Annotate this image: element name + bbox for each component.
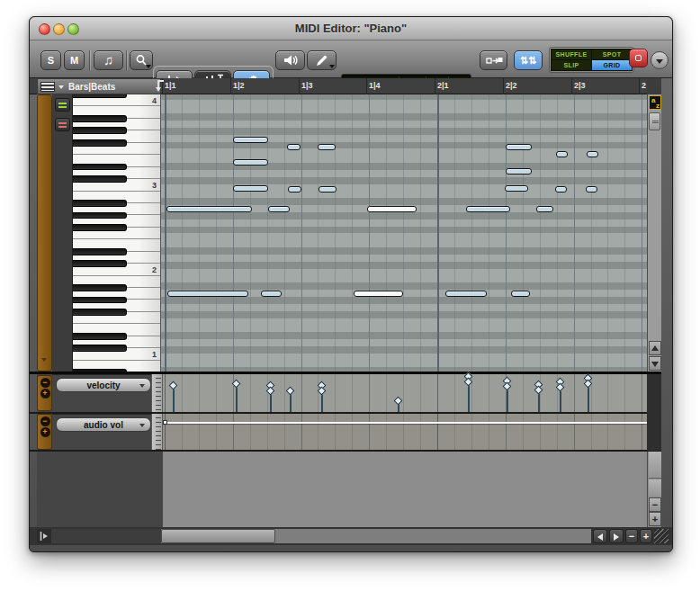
midi-note[interactable] <box>586 186 597 193</box>
notes-view-toggle[interactable] <box>55 98 70 112</box>
mode-slip-button[interactable]: SLIP <box>552 60 591 70</box>
midi-note[interactable] <box>445 291 487 297</box>
piano-key-black[interactable] <box>73 127 127 134</box>
piano-key-black[interactable] <box>73 115 127 122</box>
velocity-lane-add-button[interactable]: + <box>40 389 50 398</box>
notation-toggle-button[interactable]: ⇅⇅ <box>514 50 543 70</box>
velocity-diamond[interactable] <box>534 386 543 395</box>
midi-note[interactable] <box>233 159 268 166</box>
midi-note[interactable] <box>505 185 528 192</box>
midi-note[interactable] <box>268 206 290 212</box>
mute-button[interactable]: M <box>64 50 85 70</box>
midi-note[interactable] <box>556 151 568 157</box>
midi-note[interactable] <box>506 168 532 175</box>
velocity-lane-remove-button[interactable]: − <box>40 378 50 388</box>
editor-menu-button[interactable] <box>651 51 669 69</box>
audio-vol-lane-add-button[interactable]: + <box>40 427 50 437</box>
midi-note[interactable] <box>587 151 598 157</box>
piano-key-black[interactable] <box>73 224 127 231</box>
volume-automation-line[interactable] <box>163 422 647 424</box>
piano-key-black[interactable] <box>73 212 127 219</box>
mode-shuffle-button[interactable]: SHUFFLE <box>552 49 591 59</box>
az-zoom-toggle[interactable]: a z <box>649 95 661 110</box>
midi-note[interactable] <box>288 186 301 193</box>
hscroll-thumb[interactable] <box>161 529 275 543</box>
ruler-menu-caret[interactable] <box>58 85 64 89</box>
audio-vol-lane[interactable] <box>163 414 647 450</box>
hscroll-right-button[interactable] <box>609 529 624 543</box>
velocity-diamond[interactable] <box>503 382 512 391</box>
vertical-scrollbar[interactable]: a z <box>647 94 661 372</box>
velocity-scale-ruler[interactable] <box>151 374 163 412</box>
vzoom-track-b[interactable] <box>649 479 661 497</box>
ruler-header[interactable]: Bars|Beats <box>37 78 161 94</box>
velocity-diamond[interactable] <box>394 397 403 406</box>
mode-grid-button[interactable]: GRID <box>592 60 632 70</box>
midi-note[interactable] <box>536 206 553 212</box>
track-collapse-arrow[interactable] <box>41 358 47 362</box>
pencil-tool-button[interactable] <box>307 50 337 70</box>
velocity-diamond[interactable] <box>286 387 295 396</box>
piano-key-black[interactable] <box>73 248 127 255</box>
note-grid[interactable] <box>161 94 647 372</box>
window-resize-grip[interactable] <box>654 529 669 543</box>
vscroll-down-button[interactable] <box>649 356 661 371</box>
horizontal-zoom-out-button[interactable]: − <box>625 529 638 543</box>
midi-note[interactable] <box>466 206 510 212</box>
vertical-zoom-out-button[interactable]: − <box>649 497 661 512</box>
audio-vol-lane-selector[interactable]: audio vol <box>56 417 151 432</box>
hscroll-track-left[interactable] <box>51 529 161 543</box>
midi-note[interactable] <box>233 185 268 192</box>
mirrored-midi-button[interactable] <box>480 50 507 70</box>
midi-note[interactable] <box>261 291 282 297</box>
midi-note[interactable] <box>233 137 268 143</box>
solo-button[interactable]: S <box>40 50 61 70</box>
target-button[interactable] <box>629 49 648 67</box>
velocity-lane[interactable] <box>163 374 647 412</box>
horizontal-zoom-in-button[interactable]: + <box>640 529 652 543</box>
piano-key-black[interactable] <box>73 200 127 207</box>
insertion-follows-playback-icon[interactable] <box>40 532 49 541</box>
piano-key-black[interactable] <box>73 164 127 171</box>
hscroll-left-button[interactable] <box>593 529 607 543</box>
audio-vol-scale-ruler[interactable] <box>151 414 163 451</box>
scrub-tool-button[interactable] <box>275 50 305 70</box>
vertical-zoom-in-button[interactable]: + <box>649 512 661 526</box>
midi-note[interactable] <box>319 186 337 193</box>
midi-note[interactable] <box>166 206 252 212</box>
automation-breakpoint[interactable] <box>163 420 167 425</box>
midi-note[interactable] <box>511 291 530 297</box>
velocity-diamond[interactable] <box>169 381 178 390</box>
midi-note[interactable] <box>318 144 336 150</box>
piano-key-black[interactable] <box>73 284 127 291</box>
piano-key-black[interactable] <box>73 297 127 304</box>
piano-key-black[interactable] <box>73 333 127 340</box>
midi-note[interactable] <box>354 291 403 297</box>
track-color-strip[interactable] <box>37 94 52 372</box>
midi-note[interactable] <box>167 291 248 297</box>
piano-key-black[interactable] <box>73 345 127 352</box>
title-bar[interactable]: MIDI Editor: "Piano" <box>30 17 672 40</box>
note-display-button[interactable]: ♫ <box>94 50 123 70</box>
vscroll-thumb[interactable] <box>649 112 660 130</box>
ruler-ticks[interactable]: 1|11|21|31|42|12|22|32 <box>161 78 647 94</box>
playhead-marker[interactable] <box>155 80 166 93</box>
piano-key-black[interactable] <box>73 260 127 267</box>
mute-lane-toggle[interactable] <box>55 118 70 131</box>
hscroll-track[interactable] <box>51 529 591 543</box>
zoom-tool-button[interactable] <box>130 50 153 70</box>
audio-vol-lane-remove-button[interactable]: − <box>40 416 50 426</box>
timebase-ruler[interactable]: Bars|Beats 1|11|21|31|42|12|22|32 <box>30 78 661 94</box>
mode-spot-button[interactable]: SPOT <box>592 49 632 59</box>
midi-note[interactable] <box>287 144 301 150</box>
midi-note[interactable] <box>506 144 532 150</box>
piano-key-black[interactable] <box>73 175 127 183</box>
vscroll-up-button[interactable] <box>649 341 661 355</box>
velocity-lane-selector[interactable]: velocity <box>56 378 151 392</box>
midi-note[interactable] <box>555 186 567 193</box>
midi-note[interactable] <box>367 206 417 212</box>
piano-key-black[interactable] <box>73 309 127 316</box>
piano-key-black[interactable] <box>73 94 127 98</box>
piano-key-black[interactable] <box>73 139 127 147</box>
vzoom-track-a[interactable] <box>649 452 661 479</box>
